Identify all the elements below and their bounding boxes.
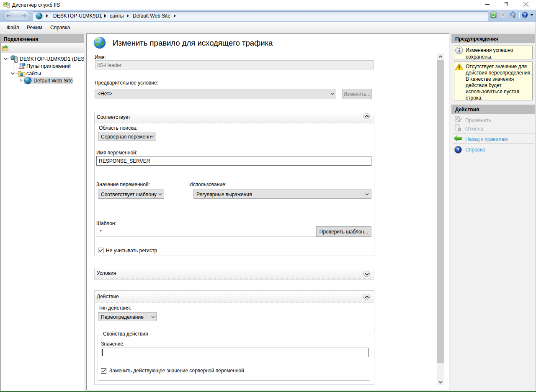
svg-text:?: ?: [523, 13, 526, 18]
svg-text:?: ?: [456, 147, 459, 152]
